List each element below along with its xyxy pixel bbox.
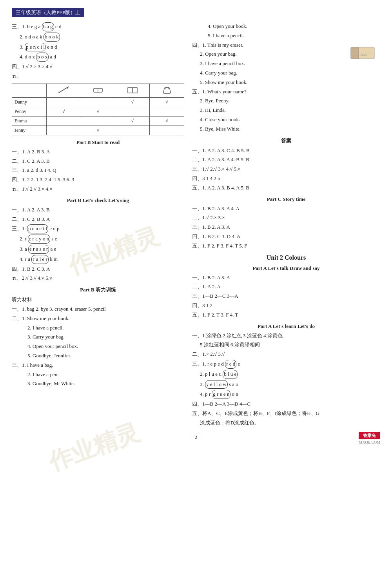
- right-wu-label: 五、1. What's your name?: [192, 88, 380, 96]
- partb-start-5: 五、1.√ 2.√ 3.× 4.×: [12, 185, 184, 193]
- parta-learn-3a: 三、1. r e p e d r e d e: [192, 360, 380, 369]
- section-wu-label: 五、: [12, 72, 184, 80]
- page-number: — 2 —: [12, 434, 380, 440]
- parta-learn-2: 二、1.× 2.√ 3.√: [192, 350, 380, 359]
- parta-talk-5: 五、1. F 2. T 3. F 4. T: [192, 311, 380, 319]
- bottom-logo: 答案兔 MXQE.COM: [359, 432, 380, 444]
- parta-learn-3b: 2. p l u e u b l u e: [200, 370, 380, 379]
- parta-learn-3d: 4. p r g r e e n o n: [200, 390, 380, 399]
- th-eraser: [81, 84, 115, 97]
- san-item-2: 2. o d o a k b o o k: [20, 33, 184, 42]
- right-column: 4. Open your book. 5. I have a pencil. e…: [192, 21, 380, 428]
- listen-1: 一、1. bag 2. bye 3. crayon 4. eraser 5. p…: [12, 305, 184, 313]
- svg-text:eraser: eraser: [359, 53, 367, 57]
- parta-learn-title: Part A Let's learn Let's do: [192, 323, 380, 329]
- ans-1: 一、1. A 2. A 3. C 4. B 5. B: [192, 147, 380, 155]
- partb-start-4: 四、1. 2 2. 1 3. 2 4. 1 5. 3 6. 3: [12, 176, 184, 184]
- partb-start-1: 一、1. A 2. B 3. A: [12, 148, 184, 156]
- partb-start-2: 二、1. C 2. A 3. B: [12, 157, 184, 166]
- listen-3-1: 三、1. I have a bag.: [12, 361, 184, 369]
- th-pencil: [46, 84, 81, 97]
- svg-rect-5: [133, 87, 137, 93]
- partb-check-3b: 2. r c r a y o n s e: [20, 235, 184, 244]
- section-si: 四、1.√ 2.× 3.× 4.√: [12, 63, 184, 71]
- parta-learn-1: 一、1.涂绿色 2.涂红色 3.涂蓝色 4.涂黄色: [192, 332, 380, 340]
- ans-3: 三、1.√ 2.√ 3.× 4.√ 5.×: [192, 165, 380, 173]
- table-row: Emma √ √: [12, 116, 184, 126]
- section-san-label: 三、1. b e g a b a g e d: [12, 22, 184, 31]
- table-row: Danny √ √: [12, 97, 184, 107]
- partc-1: 一、1. B 2. A 3. A 4. A: [192, 205, 380, 213]
- th-bag: [150, 84, 184, 97]
- partc-2: 二、1.√ 2.× 3.×: [192, 214, 380, 222]
- parta-learn-5a: 五、将A、C、E涂成黄色；将B、F、I涂成绿色；将H、G: [192, 410, 380, 418]
- logo-url: MXQE.COM: [359, 440, 380, 444]
- answers-title: 答案: [192, 137, 380, 144]
- parta-learn-4: 四、1—B 2—A 3—D 4—C: [192, 400, 380, 408]
- listen-2-2: 2. I have a pencil.: [27, 324, 184, 332]
- unit2-title: Unit 2 Colours: [192, 254, 380, 261]
- partb-start-title: Part B Start to read: [12, 139, 184, 146]
- listen-2-5: 5. Goodbye, Jennifer.: [27, 352, 184, 360]
- right-si-4: 4. Carry your bag.: [200, 69, 380, 77]
- partb-check-4: 四、1. B 2. C 3. A: [12, 265, 184, 273]
- logo-badge: 答案兔: [359, 432, 380, 439]
- ans-4: 四、3 1 4 2 5: [192, 175, 380, 183]
- listen-cont-5: 5. I have a pencil.: [208, 32, 380, 40]
- partc-5: 五、1. F 2. F 3. F 4. T 5. F: [192, 242, 380, 250]
- partb-check-3c: 3. a e r a s e r a e: [20, 245, 184, 254]
- eraser-decoration: eraser: [347, 41, 380, 68]
- parta-learn-1b: 5.涂红蓝相间 6.涂黄绿相间: [200, 341, 380, 349]
- listen-3-2: 2. I have a pen.: [27, 371, 184, 379]
- listen-3-3: 3. Goodbye, Mr White.: [27, 380, 184, 388]
- right-wu-4: 4. Close your book.: [200, 116, 380, 124]
- partc-title: Part C Story time: [192, 196, 380, 202]
- partb-check-title: Part B Let's check Let's sing: [12, 197, 184, 204]
- header-bar: 三年级英语（人教PEP版）上: [12, 8, 380, 21]
- partb-check-5: 五、2.√ 3.√ 4.√ 5.√: [12, 274, 184, 282]
- th-book: [115, 84, 150, 97]
- parta-talk-2: 二、1. A 2. A: [192, 283, 380, 291]
- partb-listen-title: Part B 听力训练: [12, 286, 184, 293]
- right-wu-5: 5. Bye, Miss White.: [200, 125, 380, 133]
- san-item-4: 4. d o x b o x a d: [20, 53, 184, 62]
- left-column: 三、1. b e g a b a g e d 2. o d o a k b o …: [12, 21, 184, 428]
- partb-check-2: 二、1. C 2. B 3. A: [12, 215, 184, 224]
- table-row: Jenny √: [12, 126, 184, 135]
- parta-talk-title: Part A Let's talk Draw and say: [192, 265, 380, 271]
- partc-4: 四、1. B 2. C 3. D 4. A: [192, 233, 380, 241]
- check-table: Danny √ √ Penny √ √ Emma: [12, 84, 184, 135]
- parta-learn-5b: 涂成蓝色；将D涂成红色。: [200, 419, 380, 427]
- listen-2-4: 4. Open your pencil box.: [27, 342, 184, 351]
- listen-material-label: 听力材料: [12, 296, 184, 304]
- parta-talk-4: 四、3 1 2: [192, 302, 380, 310]
- parta-talk-3: 三、1—B 2—C 3—A: [192, 292, 380, 300]
- partc-3: 三、1. B 2. A 3. A: [192, 223, 380, 231]
- partb-check-3a: 三、1. p e n c i l e n p: [12, 224, 184, 233]
- right-wu-2: 2. Bye, Penny.: [200, 97, 380, 105]
- listen-cont-4: 4. Open your book.: [208, 22, 380, 31]
- san-item-3: 3. p e n c i l e n d: [20, 43, 184, 52]
- svg-rect-4: [128, 87, 132, 93]
- partb-check-1: 一、1. A 2. A 3. B: [12, 206, 184, 214]
- partb-check-3d: 4. r u r u l e r k m: [20, 255, 184, 264]
- eraser-icon: eraser: [347, 41, 380, 67]
- parta-talk-1: 一、1. B 2. A 3. A: [192, 274, 380, 282]
- partb-start-3: 三、1. a 2. d 3. I 4. Q: [12, 166, 184, 175]
- svg-line-0: [58, 87, 69, 93]
- th-name: [12, 84, 47, 97]
- parta-learn-3c: 3. y e l l o w s a o: [200, 380, 380, 389]
- ans-2: 二、1. A 2. A 3. A 4. B 5. B: [192, 156, 380, 164]
- listen-2-1: 二、1. Show me your book.: [12, 315, 184, 323]
- table-row: Penny √ √: [12, 107, 184, 116]
- ans-5: 五、1. A 2. A 3. B 4. A 5. B: [192, 184, 380, 192]
- right-si-5: 5. Show me your hook.: [200, 78, 380, 87]
- listen-2-3: 3. Carry your bag.: [27, 333, 184, 341]
- right-wu-3: 3. Hi, Linda.: [200, 106, 380, 115]
